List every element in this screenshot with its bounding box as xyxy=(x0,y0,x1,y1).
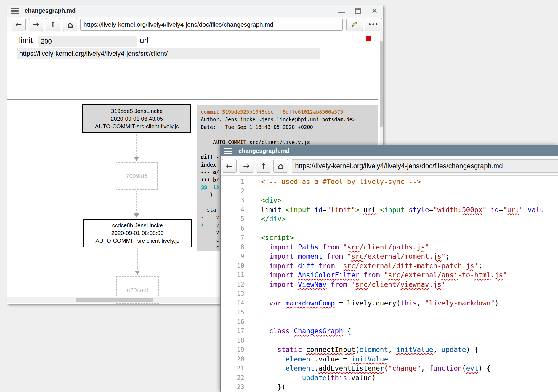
line-number: 4 xyxy=(221,205,255,215)
code-token: static xyxy=(277,346,302,353)
diff-line: Date: Tue Sep 1 18:43:05 2020 +0200 xyxy=(201,124,378,131)
code-token xyxy=(281,299,286,307)
url-bar[interactable] xyxy=(80,19,343,31)
forward-button[interactable]: → xyxy=(29,18,43,31)
code-line: limit <input id="limit"> url <input styl… xyxy=(261,205,558,215)
code-token: src xyxy=(355,281,368,288)
line-number: 10 xyxy=(221,261,255,271)
code-token: ; xyxy=(445,252,450,260)
home-button[interactable]: ⌂ xyxy=(63,18,77,31)
commit-id-author: 319bde5 JensLincke xyxy=(83,107,190,115)
commit-date: 2020-09-01 06:43:05 xyxy=(83,115,190,123)
code-token: style xyxy=(409,206,429,214)
code-token: js xyxy=(466,262,474,270)
limit-label: limit xyxy=(19,36,33,45)
arrow-down-icon xyxy=(134,157,139,161)
code-token xyxy=(487,206,491,214)
code-token: src xyxy=(347,243,360,251)
back-window-titlebar[interactable]: changesgraph.md ✕ xyxy=(7,5,383,17)
limit-input[interactable] xyxy=(38,36,137,47)
code-token xyxy=(314,262,318,270)
code-token: from xyxy=(363,271,380,279)
code-token: "lively-markdown" xyxy=(425,299,495,307)
code-token: " xyxy=(503,271,507,279)
commit-node-selected[interactable]: 319bde5 JensLincke 2020-09-01 06:43:05 A… xyxy=(82,104,191,133)
code-token: AnsiColorFilter xyxy=(298,271,360,279)
commit-node[interactable]: ccdce8b JensLincke 2020-09-01 06:35:03 A… xyxy=(83,219,192,247)
home-button[interactable]: ⌂ xyxy=(273,159,288,173)
code-token: /client/paths. xyxy=(359,243,417,251)
code-token: " xyxy=(347,252,351,260)
code-line: </div> xyxy=(261,215,558,224)
line-number: 8 xyxy=(221,243,255,252)
code-token xyxy=(310,206,314,214)
code-line: import Paths from "src/client/paths.js" xyxy=(261,243,558,252)
line-number: 17 xyxy=(221,327,255,336)
code-token: , xyxy=(417,299,425,307)
back-button[interactable]: ← xyxy=(222,159,237,173)
more-options-button[interactable]: ••• xyxy=(365,18,382,31)
menu-icon[interactable] xyxy=(11,8,19,14)
horizontal-scrollbar-thumb[interactable] xyxy=(76,298,153,302)
code-editor[interactable]: 1234567891011121314151617181920212223 <!… xyxy=(221,176,558,392)
code-token: = xyxy=(499,206,503,214)
line-number: 18 xyxy=(221,336,255,345)
commit-node-placeholder[interactable]: 7009fd5 xyxy=(116,162,158,190)
url-input[interactable] xyxy=(17,48,320,59)
maximize-icon[interactable] xyxy=(355,8,361,14)
menu-icon[interactable] xyxy=(224,148,232,154)
up-button[interactable]: ↑ xyxy=(46,18,60,31)
code-line: class ChangesGraph { xyxy=(261,327,558,336)
code-token: this xyxy=(400,299,417,307)
code-token: var xyxy=(269,299,282,307)
code-token: js xyxy=(495,271,503,279)
code-token: "width: xyxy=(433,206,462,214)
code-token: ) { xyxy=(466,346,478,353)
edit-pencil-button[interactable]: ✎ xyxy=(346,18,363,31)
code-token xyxy=(302,346,306,353)
forward-button[interactable]: → xyxy=(239,159,254,173)
window-title: changesgraph.md xyxy=(238,148,289,154)
code-token: ; xyxy=(478,262,482,270)
back-button[interactable]: ← xyxy=(12,18,26,31)
code-token: from xyxy=(331,281,347,288)
code-token: html xyxy=(474,271,490,279)
diff-line: Author: JensLincke <jens.lincke@hpi.uni-… xyxy=(201,116,378,123)
vertical-scrollbar-thumb[interactable] xyxy=(380,41,383,127)
graph-edge xyxy=(136,191,137,214)
code-token xyxy=(523,206,527,214)
code-token xyxy=(359,206,363,214)
code-token: <input xyxy=(380,206,405,214)
code-token: }) xyxy=(261,383,286,391)
code-line: update(this.value) xyxy=(261,373,558,383)
code-token: > xyxy=(355,206,360,214)
line-number: 9 xyxy=(221,252,255,261)
graph-edge xyxy=(137,248,138,270)
code-token: src xyxy=(343,262,355,270)
code-token: element xyxy=(359,346,388,353)
code-token: ) xyxy=(495,299,499,307)
line-number: 2 xyxy=(221,187,255,196)
close-icon[interactable]: ✕ xyxy=(371,7,378,15)
code-token: id xyxy=(491,206,499,214)
code-line: import AnsiColorFilter from "src/externa… xyxy=(261,271,558,280)
code-token: ansi xyxy=(441,271,458,279)
line-number: 1 xyxy=(221,177,255,187)
code-token xyxy=(261,243,269,251)
line-number-gutter: 1234567891011121314151617181920212223 xyxy=(221,176,255,392)
up-button[interactable]: ↑ xyxy=(256,159,271,173)
code-token xyxy=(376,206,380,214)
code-token xyxy=(294,271,298,279)
code-token: ChangesGraph xyxy=(294,327,343,335)
url-bar[interactable] xyxy=(292,159,558,173)
code-token: initValue xyxy=(351,355,388,363)
front-window-titlebar[interactable]: changesgraph.md xyxy=(221,145,558,156)
code-line xyxy=(261,308,558,317)
code-token xyxy=(323,252,327,260)
minimize-icon[interactable] xyxy=(338,12,345,13)
diff-line: commit 319bde525b1048cbcfff6dffe61012ab8… xyxy=(201,108,378,116)
code-token: " xyxy=(519,206,524,214)
line-number: 22 xyxy=(221,373,255,383)
code-line xyxy=(261,224,558,233)
code-token: , xyxy=(421,364,429,372)
